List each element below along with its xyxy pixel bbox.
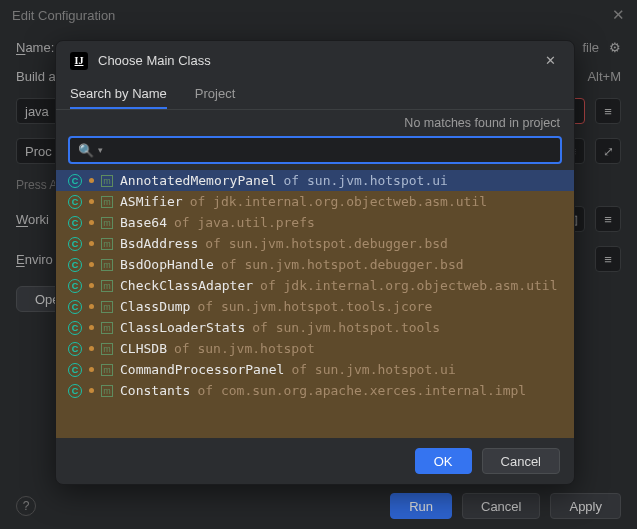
main-method-icon: m xyxy=(101,175,113,187)
class-icon: C xyxy=(68,258,82,272)
runnable-dot-icon xyxy=(89,325,94,330)
result-row[interactable]: CmCheckClassAdapter of jdk.internal.org.… xyxy=(56,275,574,296)
main-method-icon: m xyxy=(101,322,113,334)
result-package: of sun.jvm.hotspot.debugger.bsd xyxy=(221,257,464,272)
runnable-dot-icon xyxy=(89,199,94,204)
result-row[interactable]: CmConstants of com.sun.org.apache.xerces… xyxy=(56,380,574,401)
result-row[interactable]: CmClassDump of sun.jvm.hotspot.tools.jco… xyxy=(56,296,574,317)
main-method-icon: m xyxy=(101,238,113,250)
modal-cancel-button[interactable]: Cancel xyxy=(482,448,560,474)
class-icon: C xyxy=(68,321,82,335)
class-icon: C xyxy=(68,216,82,230)
choose-main-class-dialog: IJ Choose Main Class ✕ Search by Name Pr… xyxy=(55,40,575,485)
result-row[interactable]: CmClassLoaderStats of sun.jvm.hotspot.to… xyxy=(56,317,574,338)
result-class-name: AnnotatedMemoryPanel xyxy=(120,173,277,188)
intellij-icon: IJ xyxy=(70,52,88,70)
result-class-name: Base64 xyxy=(120,215,167,230)
result-class-name: BsdAddress xyxy=(120,236,198,251)
class-icon: C xyxy=(68,363,82,377)
ok-button-label: OK xyxy=(434,454,453,469)
runnable-dot-icon xyxy=(89,388,94,393)
tab-search-label: Search by Name xyxy=(70,86,167,101)
result-package: of com.sun.org.apache.xerces.internal.im… xyxy=(197,383,526,398)
result-package: of sun.jvm.hotspot.tools.jcore xyxy=(197,299,432,314)
tab-search-by-name[interactable]: Search by Name xyxy=(70,80,167,109)
result-class-name: BsdOopHandle xyxy=(120,257,214,272)
result-row[interactable]: CmCLHSDB of sun.jvm.hotspot xyxy=(56,338,574,359)
class-icon: C xyxy=(68,279,82,293)
search-input[interactable] xyxy=(107,143,552,158)
runnable-dot-icon xyxy=(89,241,94,246)
result-class-name: ASMifier xyxy=(120,194,183,209)
result-package: of sun.jvm.hotspot.ui xyxy=(291,362,455,377)
result-class-name: CLHSDB xyxy=(120,341,167,356)
results-list[interactable]: CmAnnotatedMemoryPanel of sun.jvm.hotspo… xyxy=(56,170,574,438)
result-row[interactable]: CmCommandProcessorPanel of sun.jvm.hotsp… xyxy=(56,359,574,380)
modal-cancel-label: Cancel xyxy=(501,454,541,469)
runnable-dot-icon xyxy=(89,304,94,309)
result-row[interactable]: CmBsdAddress of sun.jvm.hotspot.debugger… xyxy=(56,233,574,254)
runnable-dot-icon xyxy=(89,262,94,267)
class-icon: C xyxy=(68,300,82,314)
result-package: of sun.jvm.hotspot.ui xyxy=(284,173,448,188)
tab-project-label: Project xyxy=(195,86,235,101)
result-class-name: CommandProcessorPanel xyxy=(120,362,284,377)
result-package: of sun.jvm.hotspot.debugger.bsd xyxy=(205,236,448,251)
choose-class-title: Choose Main Class xyxy=(98,53,211,68)
main-method-icon: m xyxy=(101,385,113,397)
main-method-icon: m xyxy=(101,364,113,376)
close-icon[interactable]: ✕ xyxy=(541,51,560,70)
search-field[interactable]: 🔍 ▾ xyxy=(68,136,562,164)
search-icon: 🔍 xyxy=(78,143,94,158)
main-method-icon: m xyxy=(101,196,113,208)
result-class-name: ClassLoaderStats xyxy=(120,320,245,335)
search-status: No matches found in project xyxy=(56,110,574,132)
result-row[interactable]: CmAnnotatedMemoryPanel of sun.jvm.hotspo… xyxy=(56,170,574,191)
tab-project[interactable]: Project xyxy=(195,80,235,109)
chevron-down-icon[interactable]: ▾ xyxy=(98,145,103,155)
runnable-dot-icon xyxy=(89,346,94,351)
main-method-icon: m xyxy=(101,343,113,355)
result-package: of sun.jvm.hotspot xyxy=(174,341,315,356)
runnable-dot-icon xyxy=(89,367,94,372)
result-class-name: CheckClassAdapter xyxy=(120,278,253,293)
class-icon: C xyxy=(68,174,82,188)
result-row[interactable]: CmASMifier of jdk.internal.org.objectweb… xyxy=(56,191,574,212)
runnable-dot-icon xyxy=(89,178,94,183)
main-method-icon: m xyxy=(101,217,113,229)
choose-class-tabs: Search by Name Project xyxy=(56,80,574,110)
result-row[interactable]: CmBase64 of java.util.prefs xyxy=(56,212,574,233)
class-icon: C xyxy=(68,237,82,251)
result-package: of jdk.internal.org.objectweb.asm.util xyxy=(260,278,557,293)
result-package: of sun.jvm.hotspot.tools xyxy=(252,320,440,335)
class-icon: C xyxy=(68,342,82,356)
result-package: of jdk.internal.org.objectweb.asm.util xyxy=(190,194,487,209)
class-icon: C xyxy=(68,195,82,209)
main-method-icon: m xyxy=(101,301,113,313)
runnable-dot-icon xyxy=(89,220,94,225)
ok-button[interactable]: OK xyxy=(415,448,472,474)
result-class-name: Constants xyxy=(120,383,190,398)
result-class-name: ClassDump xyxy=(120,299,190,314)
class-icon: C xyxy=(68,384,82,398)
runnable-dot-icon xyxy=(89,283,94,288)
main-method-icon: m xyxy=(101,280,113,292)
result-package: of java.util.prefs xyxy=(174,215,315,230)
result-row[interactable]: CmBsdOopHandle of sun.jvm.hotspot.debugg… xyxy=(56,254,574,275)
main-method-icon: m xyxy=(101,259,113,271)
